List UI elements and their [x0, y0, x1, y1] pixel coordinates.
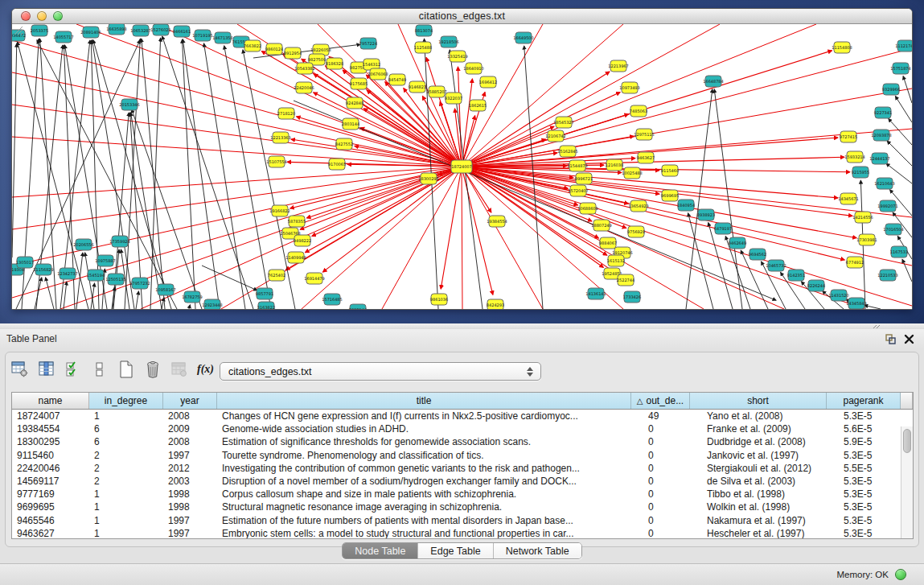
graph-node[interactable]: 7957224 — [359, 38, 377, 49]
table-row[interactable]: 1938455462009Genome-wide association stu… — [12, 422, 913, 435]
column-header-in_degree[interactable]: in_degree — [89, 393, 163, 409]
graph-node[interactable]: 16782759 — [182, 291, 202, 303]
minimize-window-icon[interactable] — [37, 11, 47, 21]
graph-node[interactable]: 12213967 — [608, 60, 628, 72]
graph-node[interactable]: 6479197 — [714, 223, 732, 234]
graph-node[interactable]: 14345671 — [838, 193, 858, 204]
graph-node[interactable]: 2522744 — [617, 274, 634, 286]
table-row[interactable]: 2242004622012Investigating the contribut… — [12, 462, 913, 475]
graph-node[interactable]: 9462649 — [729, 237, 746, 249]
close-panel-icon[interactable] — [904, 334, 914, 344]
graph-node[interactable]: 15751874 — [890, 63, 910, 74]
graph-node[interactable]: 8813074 — [415, 25, 433, 36]
graph-node[interactable]: 10958167 — [155, 284, 175, 295]
graph-node[interactable]: 14055717 — [53, 31, 73, 43]
graph-node[interactable]: 11409948 — [285, 252, 306, 263]
new-table-icon[interactable] — [117, 360, 135, 378]
table-row[interactable]: 1456911722003Disruption of a novel membe… — [12, 475, 913, 488]
graph-node[interactable]: 1615132 — [607, 255, 625, 266]
graph-node[interactable]: 12093878 — [871, 130, 891, 141]
graph-node[interactable]: 20891406 — [80, 27, 101, 38]
graph-node[interactable]: 20153346 — [119, 99, 139, 110]
graph-node[interactable]: 18640910 — [463, 63, 483, 74]
graph-node[interactable]: 14345843 — [846, 298, 866, 309]
graph-node[interactable]: 9727415 — [840, 131, 857, 142]
graph-node[interactable]: 1840954 — [677, 200, 695, 211]
graph-node[interactable]: 8996721 — [575, 173, 593, 184]
graph-node[interactable]: 9699695 — [661, 190, 679, 201]
graph-node[interactable]: 13654923 — [628, 200, 648, 212]
graph-node[interactable]: 9463627 — [637, 152, 655, 163]
graph-node[interactable]: 8454749 — [388, 74, 406, 85]
graph-node[interactable]: 20676068 — [368, 68, 388, 80]
graph-node[interactable]: 15933214 — [844, 151, 864, 163]
graph-node[interactable]: 1545194 — [87, 270, 105, 281]
graph-node[interactable]: 12505135 — [105, 274, 125, 285]
graph-node[interactable]: 2718120 — [277, 108, 295, 119]
column-header-short[interactable]: short — [690, 393, 827, 409]
graph-node[interactable]: 5878355 — [288, 216, 306, 227]
graph-node[interactable]: 9170065 — [328, 159, 346, 170]
graph-node[interactable]: 15276021 — [150, 24, 170, 35]
graph-node[interactable]: 19218506 — [438, 36, 458, 47]
close-window-icon[interactable] — [21, 11, 31, 21]
graph-node[interactable]: 12444137 — [869, 153, 889, 164]
table-row[interactable]: 1872400712008Changes of HCN gene express… — [12, 410, 913, 422]
graph-node[interactable]: 20206556 — [73, 239, 93, 250]
graph-node[interactable]: 15720407 — [568, 185, 588, 196]
table-select-dropdown[interactable]: citations_edges.txt — [220, 362, 541, 381]
column-visibility-icon[interactable] — [38, 360, 55, 378]
graph-node[interactable]: 6774912 — [846, 257, 864, 268]
network-view-window[interactable]: citations_edges.txt 99364722053375140557… — [11, 8, 913, 310]
graph-node[interactable]: 12975115 — [634, 129, 654, 140]
graph-node[interactable]: 14671358 — [212, 32, 232, 43]
graph-node[interactable]: 9498222 — [294, 235, 311, 246]
graph-node[interactable]: 7663822 — [244, 40, 261, 51]
table-row[interactable]: 1830029562008Estimation of significance … — [12, 435, 913, 448]
graph-node[interactable]: 15162845 — [557, 146, 577, 157]
graph-node[interactable]: 1216038 — [606, 159, 623, 171]
graph-node[interactable]: 9857791 — [256, 288, 273, 299]
graph-node[interactable]: 18300295 — [418, 173, 438, 184]
graph-node[interactable]: 17303981 — [856, 234, 877, 245]
function-builder-icon[interactable]: f(x) — [197, 363, 214, 376]
graph-node[interactable]: 8226244 — [807, 280, 825, 291]
graph-node[interactable]: 1125488 — [414, 42, 432, 53]
table-row[interactable]: 977716911998Corpus callosum shape and si… — [12, 488, 913, 501]
window-titlebar[interactable]: citations_edges.txt — [12, 9, 912, 24]
graph-node[interactable]: 11544873 — [567, 160, 587, 171]
graph-node[interactable]: 14214556 — [852, 212, 873, 223]
graph-node[interactable]: 7485063 — [630, 105, 647, 117]
graph-node[interactable]: 12923448 — [202, 299, 222, 309]
graph-node[interactable]: 13325419 — [447, 51, 467, 62]
tab-edge-table[interactable]: Edge Table — [418, 543, 493, 558]
graph-node[interactable]: 10543382 — [294, 63, 314, 74]
graph-node[interactable]: 8186328 — [326, 58, 343, 69]
graph-node[interactable]: 12210533 — [877, 270, 897, 281]
graph-node[interactable]: 16210643 — [874, 178, 894, 189]
graph-node[interactable]: 11154808 — [832, 42, 852, 53]
graph-node[interactable]: 9861036 — [430, 294, 448, 305]
graph-node[interactable]: 16648784 — [703, 76, 723, 87]
network-canvas-svg[interactable]: 9936472205337514055717208914061663589810… — [12, 24, 912, 309]
table-scrollbar[interactable] — [901, 426, 913, 538]
panel-splitter[interactable] — [0, 323, 924, 329]
graph-node[interactable]: 9142351 — [787, 270, 805, 281]
unselect-all-icon[interactable] — [91, 360, 109, 378]
graph-node[interactable]: 9242848 — [346, 97, 363, 109]
graph-node[interactable]: 2053375 — [31, 25, 48, 36]
graph-node[interactable]: 8912954 — [284, 47, 302, 59]
graph-node[interactable]: 19384554 — [487, 216, 507, 227]
graph-node[interactable]: 11121744 — [895, 40, 912, 51]
table-row[interactable]: 946362711997Embryonic stem cells: a mode… — [12, 527, 913, 538]
graph-node[interactable]: 19166822 — [269, 205, 290, 216]
import-table-icon[interactable] — [170, 360, 188, 378]
graph-node[interactable]: 9860124 — [265, 43, 283, 55]
graph-node[interactable]: 9322037 — [445, 93, 462, 104]
graph-node[interactable]: 9756928 — [627, 226, 645, 237]
graph-node[interactable]: 17359924 — [109, 236, 129, 247]
graph-node[interactable]: 10025488 — [622, 167, 642, 179]
graph-node[interactable]: 2803144 — [342, 118, 359, 130]
graph-node[interactable]: 1696412 — [479, 76, 497, 88]
graph-node[interactable]: 18807249 — [591, 220, 611, 231]
